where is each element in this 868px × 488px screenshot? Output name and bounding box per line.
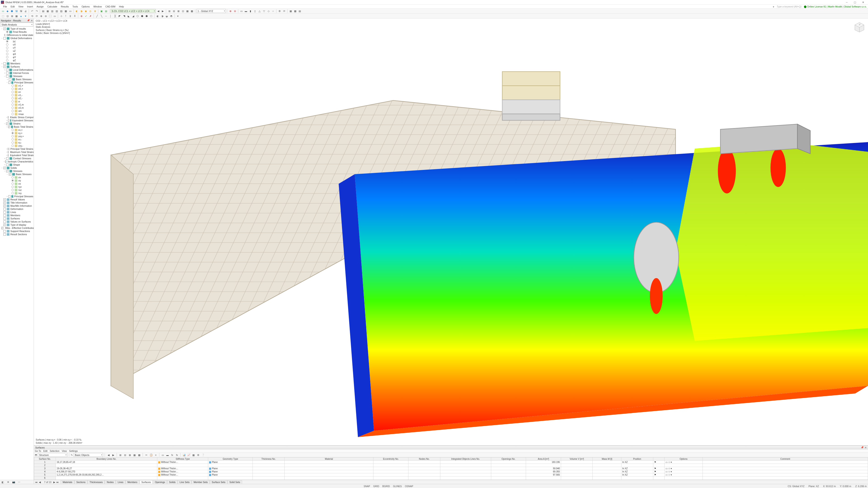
tab-materials[interactable]: Materials — [61, 480, 74, 484]
snap-toggle[interactable]: OSNAP — [405, 485, 413, 488]
toolbar-button[interactable]: ◎ — [88, 9, 92, 13]
tab-solids[interactable]: Solids — [167, 480, 178, 484]
toolbar-button[interactable]: ⟲ — [30, 14, 34, 18]
tree-node[interactable]: σ1,- — [0, 94, 34, 97]
toolbar-button[interactable]: ▭ — [68, 9, 72, 13]
table-subcategory-combo[interactable]: Basic Objects — [74, 453, 103, 457]
tree-node[interactable]: φX — [0, 53, 34, 56]
toolbar-button[interactable]: ✗ — [88, 14, 92, 18]
tree-node[interactable]: +Internal Forces — [0, 71, 34, 74]
tree-node[interactable]: Differences to initial state — [0, 33, 34, 37]
tree-node[interactable]: α- — [0, 100, 34, 103]
tree-node[interactable]: σ2,+ — [0, 87, 34, 90]
toolbar-button[interactable]: ▲ — [19, 14, 23, 18]
tree-node[interactable]: γxy,+ — [0, 135, 34, 138]
toolbar-button[interactable]: ⊺ — [64, 14, 68, 18]
tree-node[interactable]: Result Values — [0, 198, 34, 201]
toolbar-button[interactable]: ⊞ — [167, 9, 171, 13]
toolbar-button[interactable]: ⬚ — [1, 14, 5, 18]
search-icon[interactable]: ▸ — [773, 5, 774, 8]
table-pin-icon[interactable]: 📌 — [861, 446, 864, 449]
tree-node[interactable]: −Stresses — [0, 169, 34, 173]
toolbar-button[interactable]: ▼ — [24, 14, 28, 18]
menu-results[interactable]: Results — [59, 5, 70, 8]
toolbar-button[interactable]: ▣ — [99, 9, 103, 13]
results-tree[interactable]: −Type of resultsFinal ResultsDifferences… — [0, 27, 34, 480]
toolbar-button[interactable]: ◣ — [127, 14, 131, 18]
tree-node[interactable]: φY — [0, 56, 34, 59]
tree-node[interactable]: −Global Deformations — [0, 37, 34, 40]
toolbar-button[interactable]: ▨ — [59, 9, 63, 13]
tree-node[interactable]: +Basic Stresses — [0, 78, 34, 81]
tree-node[interactable]: α+ — [0, 90, 34, 94]
tree-node[interactable]: uZ — [0, 49, 34, 53]
toolbar-button[interactable]: ⊻ — [68, 14, 72, 18]
tree-node[interactable]: σy — [0, 179, 34, 182]
maximize-button[interactable]: ▢ — [851, 0, 859, 4]
tab-line-sets[interactable]: Line Sets — [178, 480, 192, 484]
tbl-tool[interactable]: ⊠ — [128, 453, 132, 457]
tree-node[interactable]: γxy,- — [0, 144, 34, 147]
toolbar-button[interactable]: ◢ — [131, 14, 135, 18]
tree-node[interactable]: εy,- — [0, 141, 34, 144]
menu-calculate[interactable]: Calculate — [45, 5, 59, 8]
toolbar-button[interactable]: ◑ — [79, 9, 84, 13]
tbl-tool[interactable]: fx — [175, 453, 179, 457]
toolbar-button[interactable]: ⊞ — [10, 14, 14, 18]
close-button[interactable]: ✕ — [859, 0, 867, 4]
nav-mode-results-icon[interactable]: 〰 — [17, 481, 21, 484]
toolbar-button[interactable]: ◑ — [160, 14, 164, 18]
toolbar-button[interactable]: ◇ — [267, 9, 271, 13]
toolbar-button[interactable]: ⬠ — [149, 14, 153, 18]
toolbar-button[interactable]: ▩ — [293, 9, 297, 13]
tbl-tool[interactable]: ⊟ — [123, 453, 127, 457]
tbl-menu-settings[interactable]: Settings — [69, 450, 78, 452]
tbl-tool[interactable]: ▩ — [137, 453, 141, 457]
toolbar-button[interactable]: ▭ — [239, 9, 243, 13]
tree-node[interactable]: −Strains — [0, 122, 34, 125]
toolbar-button[interactable]: ▭ — [53, 14, 57, 18]
tbl-tool[interactable]: ⊞ — [118, 453, 122, 457]
tree-node[interactable]: −Solids — [0, 166, 34, 169]
tbl-menu-view[interactable]: View — [62, 450, 67, 452]
toolbar-button[interactable]: ▭ — [1, 9, 5, 13]
tree-node[interactable]: +Local Deformations — [0, 68, 34, 71]
toolbar-button[interactable]: ▥ — [50, 9, 54, 13]
tab-surface-sets[interactable]: Surface Sets — [210, 480, 227, 484]
toolbar-button[interactable]: ⊕ — [93, 9, 97, 13]
toolbar-button[interactable]: ╳ — [113, 14, 117, 18]
next-page-button[interactable]: ▶ — [53, 481, 56, 484]
tree-node[interactable]: Type of display — [0, 223, 34, 226]
table-close-icon[interactable]: ✕ — [865, 446, 867, 449]
tbl-tool[interactable]: ⚙ — [196, 453, 200, 457]
toolbar-button[interactable]: ◐ — [156, 14, 160, 18]
tab-members[interactable]: Members — [125, 480, 140, 484]
tree-node[interactable]: +Isotropic Characteristics — [0, 160, 34, 163]
toolbar-button[interactable]: ▦ — [14, 14, 19, 18]
tbl-tool[interactable]: 📊 — [182, 453, 186, 457]
tree-node[interactable]: Surfaces — [0, 217, 34, 220]
nav-close-icon[interactable]: ✕ — [31, 19, 33, 22]
tab-thicknesses[interactable]: Thicknesses — [88, 480, 105, 484]
toolbar-button[interactable]: ◉ — [84, 9, 88, 13]
toolbar-button[interactable]: ⬟ — [145, 14, 149, 18]
tab-solid-sets[interactable]: Solid Sets — [227, 480, 242, 484]
toolbar-button[interactable]: ◐ — [75, 9, 79, 13]
tree-node[interactable]: −Basic Total Strains — [0, 125, 34, 128]
last-page-button[interactable]: ⏭ — [56, 481, 59, 484]
toolbar-button[interactable]: ▮ — [248, 9, 252, 13]
tree-node[interactable]: uY — [0, 46, 34, 49]
toolbar-button[interactable]: ▽ — [262, 9, 266, 13]
tbl-tool[interactable]: ✂ — [144, 453, 148, 457]
search-hint[interactable]: Type a keyword (Alt+Q) — [777, 5, 802, 8]
nav-mode-display-icon[interactable]: 👁 — [6, 481, 10, 484]
tree-node[interactable]: Result Sections — [0, 233, 34, 236]
tbl-tool[interactable]: ▦ — [132, 453, 136, 457]
toolbar-button[interactable]: 🖫 — [19, 9, 23, 13]
tree-node[interactable]: τyz — [0, 185, 34, 188]
tbl-tool[interactable]: ▦ — [191, 453, 195, 457]
toolbar-button[interactable]: ⊗ — [79, 14, 84, 18]
menu-edit[interactable]: Edit — [9, 5, 17, 8]
tree-node[interactable]: −Surfaces — [0, 65, 34, 68]
tbl-tool[interactable]: ❔ — [201, 453, 205, 457]
